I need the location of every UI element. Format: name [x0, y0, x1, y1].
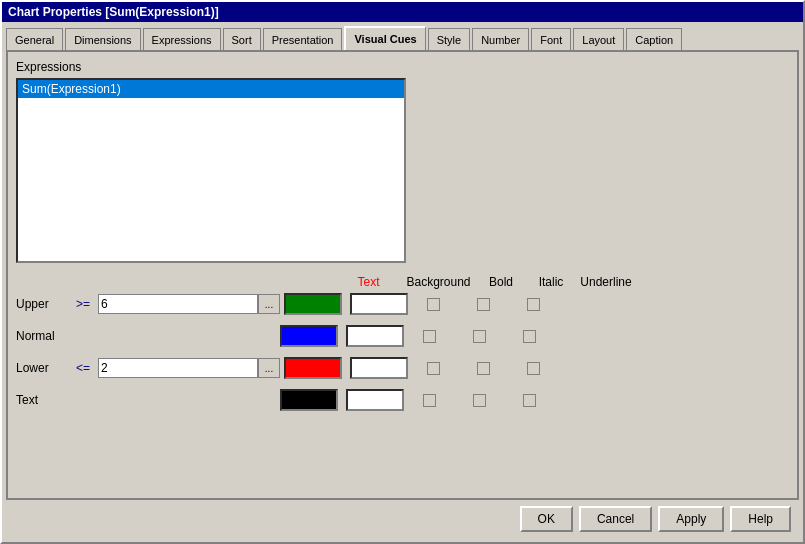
tab-style[interactable]: Style [428, 28, 470, 50]
tab-general[interactable]: General [6, 28, 63, 50]
underline-upper[interactable] [508, 298, 558, 311]
italic-text[interactable] [454, 394, 504, 407]
bold-normal[interactable] [404, 330, 454, 343]
text-color-text[interactable] [280, 389, 338, 411]
cancel-button[interactable]: Cancel [579, 506, 652, 532]
table-row-lower: Lower <= ... [16, 357, 789, 379]
tab-caption[interactable]: Caption [626, 28, 682, 50]
tab-content-visual-cues: Expressions Sum(Expression1) Text Backgr… [6, 50, 799, 500]
row-label-normal: Normal [16, 329, 76, 343]
content-area: General Dimensions Expressions Sort Pres… [2, 22, 803, 542]
row-input-upper[interactable] [98, 294, 258, 314]
table-row-upper: Upper >= ... [16, 293, 789, 315]
row-operator-upper: >= [76, 297, 98, 311]
tab-visual-cues[interactable]: Visual Cues [344, 26, 425, 50]
tab-expressions[interactable]: Expressions [143, 28, 221, 50]
italic-header: Italic [526, 275, 576, 289]
cues-table: Text Background Bold Italic Underline Up… [16, 275, 789, 421]
bg-color-text[interactable] [346, 389, 404, 411]
table-row-normal: Normal [16, 325, 789, 347]
bold-header: Bold [476, 275, 526, 289]
underline-lower[interactable] [508, 362, 558, 375]
browse-btn-upper[interactable]: ... [258, 294, 280, 314]
underline-text[interactable] [504, 394, 554, 407]
table-row-text: Text [16, 389, 789, 411]
italic-lower[interactable] [458, 362, 508, 375]
tab-dimensions[interactable]: Dimensions [65, 28, 140, 50]
background-header: Background [401, 275, 476, 289]
browse-btn-lower[interactable]: ... [258, 358, 280, 378]
row-label-text: Text [16, 393, 76, 407]
bold-text[interactable] [404, 394, 454, 407]
text-color-upper[interactable] [284, 293, 342, 315]
row-label-upper: Upper [16, 297, 76, 311]
tab-layout[interactable]: Layout [573, 28, 624, 50]
main-window: Chart Properties [Sum(Expression1)] Gene… [0, 0, 805, 544]
row-operator-lower: <= [76, 361, 98, 375]
bg-color-normal[interactable] [346, 325, 404, 347]
expressions-list[interactable]: Sum(Expression1) [16, 78, 406, 263]
text-color-lower[interactable] [284, 357, 342, 379]
text-header: Text [336, 275, 401, 289]
expression-item-0[interactable]: Sum(Expression1) [18, 80, 404, 98]
underline-header: Underline [576, 275, 636, 289]
expressions-section-label: Expressions [16, 60, 789, 74]
underline-normal[interactable] [504, 330, 554, 343]
italic-upper[interactable] [458, 298, 508, 311]
row-input-lower[interactable] [98, 358, 258, 378]
help-button[interactable]: Help [730, 506, 791, 532]
tab-font[interactable]: Font [531, 28, 571, 50]
row-label-lower: Lower [16, 361, 76, 375]
text-color-normal[interactable] [280, 325, 338, 347]
apply-button[interactable]: Apply [658, 506, 724, 532]
window-title: Chart Properties [Sum(Expression1)] [8, 5, 219, 19]
bg-color-upper[interactable] [350, 293, 408, 315]
bg-color-lower[interactable] [350, 357, 408, 379]
tab-number[interactable]: Number [472, 28, 529, 50]
bottom-buttons: OK Cancel Apply Help [6, 500, 799, 538]
title-bar: Chart Properties [Sum(Expression1)] [2, 2, 803, 22]
ok-button[interactable]: OK [520, 506, 573, 532]
bold-upper[interactable] [408, 298, 458, 311]
tab-sort[interactable]: Sort [223, 28, 261, 50]
tab-presentation[interactable]: Presentation [263, 28, 343, 50]
bold-lower[interactable] [408, 362, 458, 375]
italic-normal[interactable] [454, 330, 504, 343]
table-header-row: Text Background Bold Italic Underline [16, 275, 789, 289]
